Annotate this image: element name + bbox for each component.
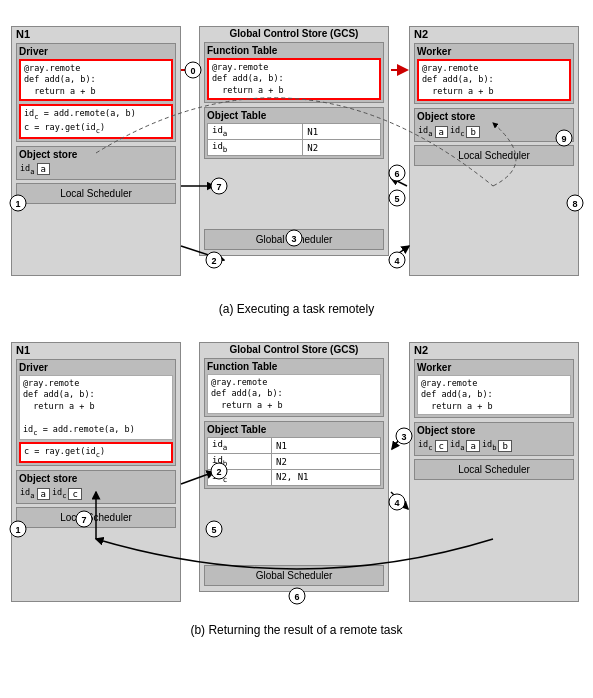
n2-node: N2 Worker @ray.remotedef add(a, b): retu… xyxy=(409,26,579,276)
svg-line-34 xyxy=(391,492,408,509)
svg-point-35 xyxy=(389,494,405,510)
function-table-code: @ray.remotedef add(a, b): return a + b xyxy=(207,58,381,100)
n2-obj-a: a xyxy=(435,126,448,138)
global-scheduler-a: Global Scheduler xyxy=(204,229,384,250)
caption-b: (b) Returning the result of a remote tas… xyxy=(8,623,585,637)
svg-text:4: 4 xyxy=(394,498,399,508)
worker-box: Worker @ray.remotedef add(a, b): return … xyxy=(414,43,574,104)
n1-object-store-label: Object store xyxy=(19,149,173,160)
driver-label: Driver xyxy=(19,46,173,57)
n2-object-store-label: Object store xyxy=(417,111,571,122)
n2-local-scheduler-b: Local Scheduler xyxy=(414,459,574,480)
driver-box: Driver @ray.remotedef add(a, b): return … xyxy=(16,43,176,142)
n1-label-b: N1 xyxy=(12,343,180,357)
n1-node-b: N1 Driver @ray.remotedef add(a, b): retu… xyxy=(11,342,181,602)
n2-object-store-b: Object store idc c ida a idb b xyxy=(414,422,574,456)
n2-label-b: N2 xyxy=(410,343,578,357)
object-table-label: Object Table xyxy=(207,110,381,121)
driver-code-b1: @ray.remotedef add(a, b): return a + bid… xyxy=(19,375,173,440)
function-table-code-b: @ray.remotedef add(a, b): return a + b xyxy=(207,374,381,414)
svg-text:6: 6 xyxy=(294,592,299,602)
n1-node: N1 Driver @ray.remotedef add(a, b): retu… xyxy=(11,26,181,276)
diagram-b: N1 Driver @ray.remotedef add(a, b): retu… xyxy=(8,324,585,637)
svg-text:4: 4 xyxy=(394,256,399,266)
gcs-object-table: Object Table ida N1 idb N2 xyxy=(204,107,384,159)
worker-code-b: @ray.remotedef add(a, b): return a + b xyxy=(417,375,571,415)
n1-label: N1 xyxy=(12,27,180,41)
driver-label-b: Driver xyxy=(19,362,173,373)
n1-object-store: Object store ida a xyxy=(16,146,176,180)
driver-box-b: Driver @ray.remotedef add(a, b): return … xyxy=(16,359,176,466)
n2-obj-b: b xyxy=(466,126,479,138)
svg-text:2: 2 xyxy=(211,256,216,266)
gcs-node: Global Control Store (GCS) Function Tabl… xyxy=(199,26,389,256)
n2-object-store: Object store ida a idc b xyxy=(414,108,574,142)
svg-point-12 xyxy=(389,252,405,268)
n1-local-scheduler-b: Local Scheduler xyxy=(16,507,176,528)
n2-label: N2 xyxy=(410,27,578,41)
obj-a: a xyxy=(37,163,50,175)
n2-local-scheduler: Local Scheduler xyxy=(414,145,574,166)
worker-label: Worker xyxy=(417,46,571,57)
gcs-function-table: Function Table @ray.remotedef add(a, b):… xyxy=(204,42,384,103)
worker-code: @ray.remotedef add(a, b): return a + b xyxy=(417,59,571,101)
n1-object-store-b: Object store ida a idc c xyxy=(16,470,176,504)
svg-line-31 xyxy=(392,429,407,449)
driver-code-highlight: idc = add.remote(a, b)c = ray.get(idc) xyxy=(19,104,173,138)
global-scheduler-b: Global Scheduler xyxy=(204,565,384,586)
svg-text:5: 5 xyxy=(394,194,399,204)
svg-text:6: 6 xyxy=(394,169,399,179)
svg-line-11 xyxy=(389,246,409,260)
function-table-label: Function Table xyxy=(207,45,381,56)
gcs-label-b: Global Control Store (GCS) xyxy=(200,343,388,356)
svg-text:0: 0 xyxy=(190,66,195,76)
driver-code-b2: c = ray.get(idc) xyxy=(19,442,173,463)
svg-line-16 xyxy=(391,178,407,186)
gcs-function-table-b: Function Table @ray.remotedef add(a, b):… xyxy=(204,358,384,417)
gcs-node-b: Global Control Store (GCS) Function Tabl… xyxy=(199,342,389,592)
svg-text:3: 3 xyxy=(401,432,406,442)
gcs-object-table-b: Object Table ida N1 idb N2 idc N2, N1 xyxy=(204,421,384,488)
svg-point-14 xyxy=(389,190,405,206)
caption-a: (a) Executing a task remotely xyxy=(8,302,585,316)
worker-box-b: Worker @ray.remotedef add(a, b): return … xyxy=(414,359,574,418)
n2-node-b: N2 Worker @ray.remotedef add(a, b): retu… xyxy=(409,342,579,602)
n1-local-scheduler: Local Scheduler xyxy=(16,183,176,204)
svg-point-17 xyxy=(389,165,405,181)
driver-code: @ray.remotedef add(a, b): return a + b xyxy=(19,59,173,101)
gcs-label: Global Control Store (GCS) xyxy=(200,27,388,40)
diagram-a: N1 Driver @ray.remotedef add(a, b): retu… xyxy=(8,8,585,316)
